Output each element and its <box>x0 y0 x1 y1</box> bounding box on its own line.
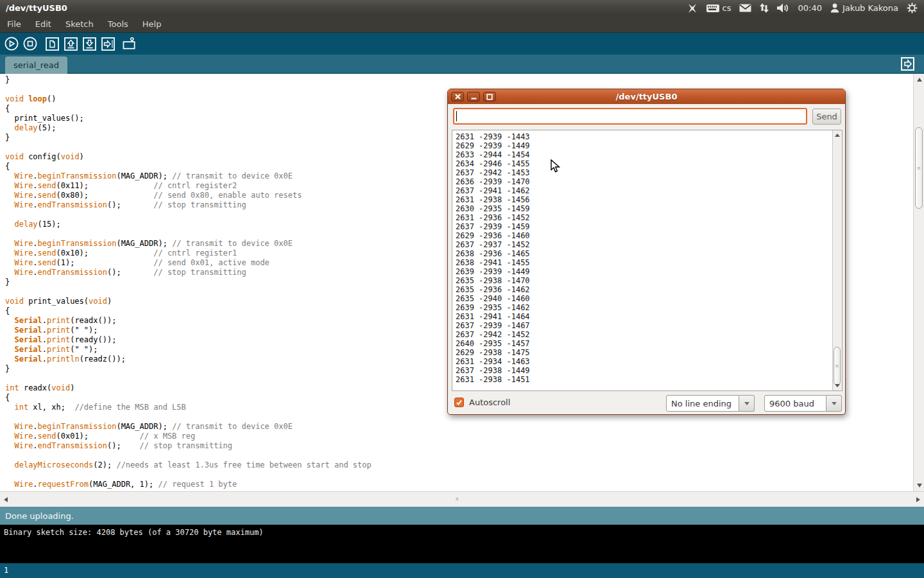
network-arrows-icon[interactable] <box>760 3 769 13</box>
volume-icon[interactable] <box>777 3 789 13</box>
verify-button[interactable] <box>4 37 19 51</box>
serial-vscroll-thumb[interactable]: ≡ <box>834 347 841 385</box>
code-line: print_values(); <box>5 114 372 123</box>
upload-button[interactable] <box>101 37 115 51</box>
autoscroll-label: Autoscroll <box>469 398 510 407</box>
editor-vscrollbar[interactable]: ≡ <box>913 74 924 491</box>
code-line <box>5 85 372 94</box>
line-ending-dropdown-button[interactable] <box>739 395 755 412</box>
code-area: } void loop(){ print_values(); delay(5);… <box>5 75 372 489</box>
scroll-down-arrow[interactable] <box>835 384 840 387</box>
code-line: Serial.println(readz()); <box>5 355 372 364</box>
top-panel: /dev/ttyUSB0 cs 00:40 Jakub Kakona <box>0 0 924 16</box>
maximize-button[interactable] <box>483 92 496 101</box>
minimize-button[interactable] <box>467 92 480 101</box>
save-icon <box>83 37 96 51</box>
serial-output: 2631 -2939 -1443 2629 -2939 -1449 2633 -… <box>456 132 530 384</box>
code-line: Wire.endTransmission(); // stop transmit… <box>5 268 372 277</box>
code-line <box>5 374 372 383</box>
clock[interactable]: 00:40 <box>798 3 821 13</box>
line-ending-select[interactable]: No line ending <box>666 395 739 412</box>
mouse-cursor <box>551 159 560 173</box>
menu-item-tools[interactable]: Tools <box>101 17 135 31</box>
code-line <box>5 210 372 220</box>
keyboard-indicator[interactable]: cs <box>706 3 732 13</box>
baud-dropdown-button[interactable] <box>826 395 842 412</box>
scroll-up-arrow[interactable] <box>835 134 840 137</box>
code-line: } <box>5 364 372 374</box>
code-line: Wire.send(0x80); // send 0x80, enable au… <box>5 191 372 200</box>
code-line: Serial.print(" "); <box>5 345 372 355</box>
user-name: Jakub Kakona <box>843 3 898 13</box>
code-line: int xl, xh; //define the MSB and LSB <box>5 403 372 412</box>
keyboard-layout-label: cs <box>723 3 732 13</box>
code-line: delayMicroseconds(2); //needs at least 1… <box>5 460 372 470</box>
code-line: { <box>5 104 372 114</box>
code-line <box>5 470 372 480</box>
mail-icon[interactable] <box>739 4 751 12</box>
menu-item-sketch[interactable]: Sketch <box>58 17 101 31</box>
baud-select[interactable]: 9600 baud <box>764 395 826 412</box>
scroll-up-arrow[interactable] <box>917 78 922 82</box>
code-line <box>5 451 372 460</box>
menu-item-edit[interactable]: Edit <box>28 17 58 31</box>
code-line: } <box>5 133 372 143</box>
serial-monitor-window: /dev/ttyUSB0 Send 2631 -2939 -1443 2629 … <box>447 89 846 415</box>
window-title: /dev/ttyUSB0 <box>6 3 67 13</box>
serial-output-area[interactable]: 2631 -2939 -1443 2629 -2939 -1449 2633 -… <box>452 130 843 391</box>
code-line <box>5 143 372 152</box>
serial-vscrollbar[interactable]: ≡ <box>832 130 842 390</box>
line-ending-value: No line ending <box>671 399 732 408</box>
line-number-bar: 1 <box>0 563 924 578</box>
serial-monitor-icon <box>123 37 137 51</box>
code-line <box>5 412 372 422</box>
code-line: void loop() <box>5 94 372 104</box>
editor-hscroll-thumb[interactable]: ≡ <box>1 494 911 504</box>
code-line: void config(void) <box>5 152 372 162</box>
tab-serial-read[interactable]: serial_read <box>5 57 67 74</box>
status-message: Done uploading. <box>5 511 74 521</box>
status-bar: Done uploading. <box>0 507 924 525</box>
serial-input[interactable] <box>453 108 807 125</box>
code-line: Wire.beginTransmission(MAG_ADDR); // tra… <box>5 422 372 432</box>
menu-item-help[interactable]: Help <box>135 17 169 31</box>
editor-hscrollbar[interactable]: ≡ <box>0 491 924 507</box>
code-line: Wire.beginTransmission(MAG_ADDR); // tra… <box>5 171 372 181</box>
code-line: Wire.send(0x11); // cntrl register2 <box>5 181 372 191</box>
user-menu[interactable]: Jakub Kakona <box>830 3 898 13</box>
scroll-right-arrow[interactable] <box>916 497 920 502</box>
autoscroll-checkbox[interactable] <box>454 398 464 407</box>
code-line: int readx(void) <box>5 383 372 393</box>
serial-monitor-titlebar[interactable]: /dev/ttyUSB0 <box>448 89 845 104</box>
scroll-down-arrow[interactable] <box>917 484 922 487</box>
applet-x-icon[interactable] <box>687 3 697 13</box>
code-line: } <box>5 277 372 287</box>
power-gear-icon[interactable] <box>907 3 918 13</box>
send-button-label: Send <box>816 112 837 121</box>
baud-value: 9600 baud <box>769 399 814 408</box>
tab-label: serial_read <box>13 60 59 70</box>
serial-monitor-controls: Autoscroll No line ending 9600 baud <box>448 394 845 415</box>
code-line: delay(5); <box>5 123 372 133</box>
close-button[interactable] <box>451 92 464 101</box>
menu-item-file[interactable]: File <box>0 17 28 31</box>
code-line <box>5 287 372 297</box>
new-button[interactable] <box>45 37 59 51</box>
code-line: } <box>5 75 372 85</box>
system-tray: cs 00:40 Jakub Kakona <box>687 3 918 13</box>
save-button[interactable] <box>82 37 96 51</box>
code-line: Wire.endTransmission(); // stop transmit… <box>5 200 372 210</box>
stop-button[interactable] <box>23 37 37 51</box>
verify-icon <box>4 37 19 51</box>
serial-monitor-button[interactable] <box>123 37 137 51</box>
desktop: /dev/ttyUSB0 cs 00:40 Jakub Kakona <box>0 0 924 578</box>
new-tab-button[interactable] <box>901 57 914 71</box>
open-icon <box>64 37 78 51</box>
code-line: delay(15); <box>5 220 372 229</box>
code-line: Wire.send(0x10); // cntrl register1 <box>5 249 372 258</box>
send-button[interactable]: Send <box>812 109 841 125</box>
code-line: Wire.send(1); // send 0x01, active mode <box>5 258 372 268</box>
code-line: { <box>5 162 372 171</box>
open-button[interactable] <box>64 37 78 51</box>
editor-vscroll-thumb[interactable]: ≡ <box>915 127 923 209</box>
